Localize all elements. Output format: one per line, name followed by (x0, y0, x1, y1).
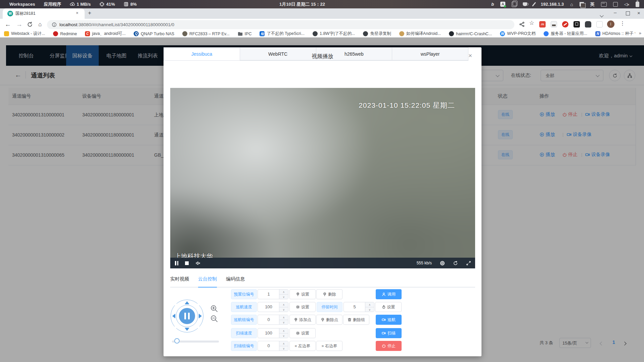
profile-avatar[interactable]: I (607, 20, 614, 28)
bookmark-item[interactable]: 服务器 - 轻量应用... (544, 31, 587, 37)
ptz-left-button[interactable] (172, 314, 175, 318)
mute-icon[interactable] (195, 261, 200, 266)
site-info-icon[interactable] (52, 22, 57, 27)
tray-battery-icon[interactable] (636, 2, 639, 7)
forward-button[interactable]: → (16, 19, 22, 30)
dialog-close-icon[interactable]: × (468, 52, 472, 59)
zoom-in-button[interactable] (210, 305, 218, 314)
tab-close-icon[interactable]: × (76, 10, 79, 15)
cruise-speed-set-button[interactable]: 设置 (289, 302, 316, 312)
ptz-center-pause-button[interactable] (179, 308, 195, 324)
cpu-indicator[interactable]: 41% (97, 0, 117, 8)
delete-group-button[interactable]: 删除组 (343, 315, 369, 325)
share-icon[interactable] (519, 21, 525, 29)
workspaces-button[interactable]: Workspaces (7, 0, 37, 8)
scan-button[interactable]: 扫描 (376, 328, 402, 338)
cruise-group-input[interactable]: 0 ∧∨ (258, 315, 288, 325)
extension-blank-icon[interactable] (596, 21, 603, 28)
video-canvas[interactable]: 2023-01-10 15:22:05 星期二 上地科技大华 555 kb/s (170, 88, 475, 268)
stay-time-set-button[interactable]: 设置 (375, 302, 402, 312)
stop-button[interactable] (185, 261, 189, 265)
preset-set-button[interactable]: 设置 (289, 289, 316, 299)
bookmark-item[interactable]: Redmine (53, 31, 77, 36)
tray-translate-icon[interactable]: A (500, 2, 505, 7)
ptz-stop-button[interactable]: 停止 (376, 341, 402, 351)
home-button[interactable]: ⌂ (38, 19, 42, 30)
tray-volume-icon[interactable]: ◁× (624, 2, 629, 7)
bookmark-item[interactable]: 知了不起的 TypeScri... (260, 31, 305, 37)
bookmark-star-icon[interactable]: ☆ (529, 19, 534, 27)
bookmark-item[interactable]: QQNAP Turbo NAS (134, 31, 174, 36)
window-restore-button[interactable] (626, 11, 630, 15)
stay-time-input[interactable]: 5 ∧∨ (343, 302, 374, 312)
number-stepper[interactable]: ∧∨ (279, 315, 288, 324)
cruise-button[interactable]: 巡航 (376, 315, 402, 325)
cruise-speed-input[interactable]: 100 ∧∨ (258, 302, 288, 312)
number-stepper[interactable]: ∧∨ (279, 328, 288, 338)
subtab-codec-info[interactable]: 编码信息 (226, 276, 245, 282)
bookmark-item[interactable]: hairrrrr/C-CrashC... (449, 31, 492, 36)
applications-button[interactable]: 应用程序 (42, 0, 63, 8)
number-stepper[interactable]: ∧∨ (279, 302, 288, 312)
add-point-button[interactable]: 添加点 (289, 315, 316, 325)
extension-paw-icon[interactable] (585, 21, 591, 28)
bookmark-folder[interactable]: IPC (238, 31, 252, 36)
tray-clipboard-icon[interactable] (512, 2, 516, 7)
scan-group-input[interactable]: 0 ∧∨ (258, 341, 288, 351)
extension-blocker-icon[interactable] (562, 21, 568, 28)
player-refresh-icon[interactable] (453, 261, 458, 266)
tray-coffee-icon[interactable] (523, 2, 527, 6)
left-border-button[interactable]: «左边界 (289, 341, 316, 351)
bookmark-item[interactable]: NHDAtmos :: 种子 *... (595, 31, 635, 37)
zoom-out-button[interactable] (210, 315, 218, 324)
delete-point-button[interactable]: 删除点 (316, 315, 342, 325)
scan-speed-input[interactable]: 100 ∧∨ (258, 328, 288, 338)
tray-keyboard-icon[interactable] (601, 2, 607, 7)
bookmark-item[interactable]: 免登录复制 (363, 31, 391, 37)
ptz-down-button[interactable] (185, 328, 189, 331)
number-stepper[interactable]: ∧∨ (279, 341, 288, 351)
player-settings-icon[interactable] (440, 261, 445, 266)
tray-pen-icon[interactable] (532, 2, 536, 6)
subtab-ptz-control[interactable]: 云台控制 (198, 276, 217, 282)
subtab-live-video[interactable]: 实时视频 (170, 276, 189, 282)
tray-input-method[interactable]: 英 (590, 1, 595, 7)
network-speed-indicator[interactable]: 1 MB/s (68, 0, 93, 8)
bookmark-item[interactable]: 如何编译Android... (399, 31, 441, 37)
bookmarks-overflow-chevron[interactable]: » (639, 31, 641, 36)
tray-workspace-icon[interactable] (580, 2, 584, 6)
bookmark-item[interactable]: Webstack - 设计... (4, 31, 45, 37)
number-stepper[interactable]: ∧∨ (365, 302, 374, 312)
window-close-button[interactable]: × (637, 10, 640, 16)
address-bar[interactable]: localhost:38080/#/channelList/3402000000… (47, 20, 514, 29)
extension-wallet-icon[interactable] (551, 21, 557, 28)
new-tab-button[interactable]: + (88, 10, 91, 16)
bookmark-item[interactable]: 1.8W字|了不起的... (313, 31, 355, 37)
memory-indicator[interactable]: 8% (122, 0, 139, 8)
browser-menu-icon[interactable]: ⋮ (620, 20, 625, 27)
reload-button[interactable] (27, 21, 33, 29)
ptz-up-button[interactable] (185, 301, 189, 304)
tray-home-icon[interactable]: ⌂ (570, 2, 573, 7)
extension-js-icon[interactable]: JS (539, 21, 546, 28)
bookmark-item[interactable]: Cjava、android可... (85, 31, 126, 37)
right-border-button[interactable]: »右边界 (316, 341, 342, 351)
tab-search-icon[interactable] (600, 12, 603, 18)
tray-ip-address[interactable]: 192.168.1.3 (541, 2, 564, 7)
slider-handle[interactable] (174, 338, 180, 344)
extension-frame-icon[interactable] (573, 21, 580, 28)
bookmark-item[interactable]: RFC2833 – RTP Ev... (182, 31, 230, 36)
tray-bing-icon[interactable]: b (491, 2, 494, 7)
tray-screen-icon[interactable] (613, 2, 618, 7)
preset-delete-button[interactable]: 删除 (316, 289, 342, 299)
ptz-right-button[interactable] (199, 314, 202, 318)
scan-speed-set-button[interactable]: 设置 (289, 328, 316, 338)
preset-number-input[interactable]: 1 ∧∨ (258, 289, 288, 299)
fullscreen-icon[interactable] (466, 261, 471, 266)
pause-button[interactable] (175, 261, 178, 265)
bookmark-item[interactable]: WWVP-PRO文档 (500, 31, 536, 37)
browser-tab[interactable] (3, 8, 85, 19)
number-stepper[interactable]: ∧∨ (279, 290, 288, 299)
window-minimize-button[interactable]: – (614, 9, 616, 15)
preset-call-button[interactable]: 调用 (376, 289, 402, 299)
